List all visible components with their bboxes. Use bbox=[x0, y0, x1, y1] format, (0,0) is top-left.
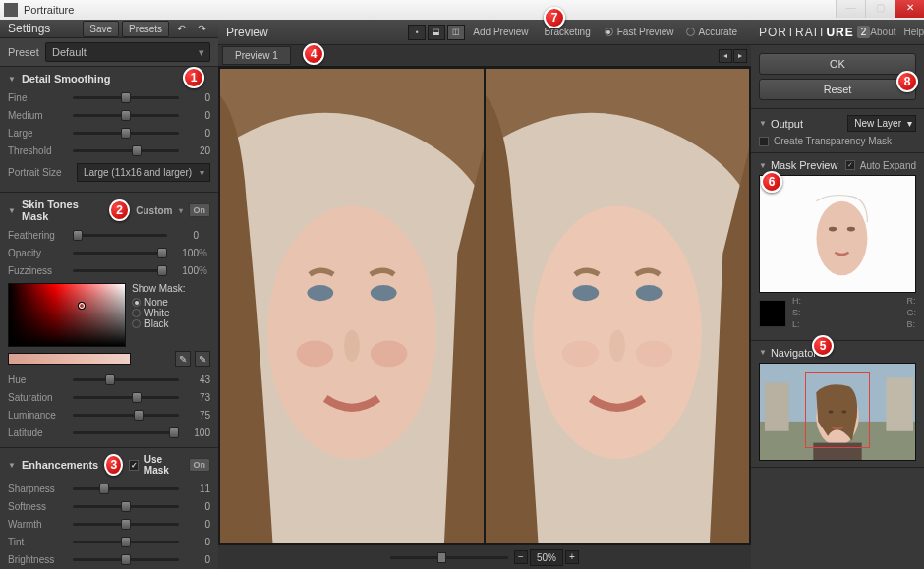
mask-on-toggle[interactable]: On bbox=[189, 203, 211, 217]
callout-4: 4 bbox=[303, 43, 324, 65]
zoom-value[interactable]: 50% bbox=[530, 549, 563, 566]
view-single-button[interactable]: ▪ bbox=[408, 25, 426, 40]
eyedropper-minus-icon[interactable]: ✎ bbox=[195, 351, 210, 367]
slider-value: 20 bbox=[185, 145, 210, 156]
show-mask-radio[interactable]: White bbox=[132, 308, 185, 318]
accurate-radio[interactable]: Accurate bbox=[680, 27, 743, 37]
collapse-icon[interactable]: ▼ bbox=[759, 348, 767, 357]
preview-header: Preview bbox=[226, 26, 408, 39]
svg-point-10 bbox=[636, 285, 663, 301]
eyedropper-icon[interactable]: ✎ bbox=[175, 351, 191, 367]
preview-before[interactable] bbox=[220, 69, 484, 543]
slider-track[interactable] bbox=[73, 558, 179, 561]
slider-track[interactable] bbox=[73, 234, 167, 237]
slider-value: 0 bbox=[185, 92, 210, 103]
slider-label: Hue bbox=[8, 374, 67, 385]
about-link[interactable]: About bbox=[870, 27, 895, 37]
mask-preview-label: Mask Preview bbox=[771, 159, 837, 171]
show-mask-label: Show Mask: bbox=[132, 283, 185, 294]
slider-track[interactable] bbox=[73, 252, 167, 255]
slider-track[interactable] bbox=[73, 523, 179, 526]
auto-expand-checkbox[interactable]: ✓ bbox=[845, 160, 855, 170]
slider-track[interactable] bbox=[73, 431, 179, 434]
slider-value: 11 bbox=[185, 484, 210, 494]
slider-track[interactable] bbox=[73, 414, 179, 417]
g-label: G: bbox=[906, 309, 916, 318]
slider-track[interactable] bbox=[73, 396, 179, 399]
output-dropdown[interactable]: New Layer bbox=[847, 115, 916, 132]
slider-label: Latitude bbox=[8, 427, 67, 438]
skin-tone-swatch[interactable] bbox=[8, 353, 131, 365]
slider-track[interactable] bbox=[73, 96, 179, 99]
svg-point-9 bbox=[572, 285, 599, 301]
view-split-h-button[interactable]: ⬓ bbox=[428, 25, 445, 40]
svg-point-16 bbox=[846, 227, 854, 232]
fast-preview-radio[interactable]: Fast Preview bbox=[599, 27, 680, 37]
show-mask-radio[interactable]: None bbox=[132, 297, 185, 308]
undo-icon[interactable]: ↶ bbox=[172, 20, 190, 37]
minimize-button[interactable]: — bbox=[836, 0, 865, 18]
presets-button[interactable]: Presets bbox=[122, 21, 169, 37]
slider-track[interactable] bbox=[73, 505, 179, 508]
ok-button[interactable]: OK bbox=[759, 53, 916, 75]
navigator-thumbnail[interactable] bbox=[759, 363, 916, 461]
callout-2: 2 bbox=[109, 199, 130, 221]
brand-logo: PORTRAITURE bbox=[759, 26, 854, 39]
enhance-on-toggle[interactable]: On bbox=[189, 458, 211, 472]
slider-value: 0 bbox=[185, 501, 210, 512]
preview-tab[interactable]: Preview 1 bbox=[222, 46, 291, 65]
slider-track[interactable] bbox=[73, 149, 179, 152]
mask-mode-dropdown[interactable]: Custom bbox=[136, 205, 172, 216]
collapse-icon[interactable]: ▼ bbox=[759, 161, 767, 170]
window-title: Portraiture bbox=[24, 4, 74, 16]
maximize-button[interactable]: ▢ bbox=[865, 0, 895, 18]
slider-label: Sharpness bbox=[8, 484, 67, 494]
slider-value: 0 bbox=[185, 110, 210, 121]
redo-icon[interactable]: ↷ bbox=[193, 20, 210, 37]
collapse-icon[interactable]: ▼ bbox=[8, 206, 16, 215]
slider-track[interactable] bbox=[73, 487, 179, 490]
slider-track[interactable] bbox=[73, 132, 179, 135]
show-mask-radio[interactable]: Black bbox=[132, 318, 185, 329]
view-split-v-button[interactable]: ◫ bbox=[447, 25, 465, 40]
preview-panel: Preview ▪ ⬓ ◫ Add Preview Bracketing Fas… bbox=[218, 20, 751, 569]
slider-label: Saturation bbox=[8, 392, 67, 403]
svg-point-12 bbox=[562, 340, 600, 367]
r-label: R: bbox=[906, 297, 916, 307]
preview-after[interactable] bbox=[486, 69, 749, 543]
zoom-out-button[interactable]: − bbox=[514, 550, 528, 564]
slider-track[interactable] bbox=[73, 114, 179, 117]
zoom-in-button[interactable]: + bbox=[565, 550, 579, 564]
tab-right-button[interactable]: ▸ bbox=[733, 49, 747, 63]
slider-label: Luminance bbox=[8, 410, 67, 421]
slider-track[interactable] bbox=[73, 541, 179, 543]
slider-track[interactable] bbox=[73, 378, 179, 381]
slider-value: 43 bbox=[185, 374, 210, 385]
close-button[interactable]: ✕ bbox=[895, 0, 924, 18]
bracketing-button[interactable]: Bracketing bbox=[536, 27, 598, 37]
callout-3: 3 bbox=[104, 454, 123, 476]
collapse-icon[interactable]: ▼ bbox=[8, 75, 16, 84]
color-gradient-picker[interactable] bbox=[8, 283, 126, 347]
help-link[interactable]: Help bbox=[904, 27, 925, 37]
add-preview-button[interactable]: Add Preview bbox=[465, 27, 536, 37]
zoom-slider[interactable] bbox=[390, 556, 508, 559]
callout-1: 1 bbox=[183, 67, 204, 88]
tab-left-button[interactable]: ◂ bbox=[719, 49, 732, 63]
enhancements-title: Enhancements bbox=[22, 459, 98, 471]
save-button[interactable]: Save bbox=[83, 21, 119, 37]
preset-dropdown[interactable]: Default bbox=[45, 42, 210, 62]
portrait-size-dropdown[interactable]: Large (11x16 and larger) bbox=[77, 163, 210, 182]
use-mask-checkbox[interactable]: ✓ bbox=[129, 460, 139, 471]
slider-label: Tint bbox=[8, 537, 67, 547]
slider-track[interactable] bbox=[73, 269, 167, 272]
slider-value: 75 bbox=[185, 410, 210, 421]
collapse-icon[interactable]: ▼ bbox=[8, 461, 16, 470]
reset-button[interactable]: Reset bbox=[759, 79, 916, 100]
slider-value: 0 bbox=[185, 128, 210, 139]
transparency-label: Create Transparency Mask bbox=[774, 136, 892, 146]
collapse-icon[interactable]: ▼ bbox=[759, 119, 767, 128]
transparency-checkbox[interactable] bbox=[759, 137, 769, 146]
b-label: B: bbox=[906, 320, 916, 330]
h-label: H: bbox=[792, 297, 801, 307]
